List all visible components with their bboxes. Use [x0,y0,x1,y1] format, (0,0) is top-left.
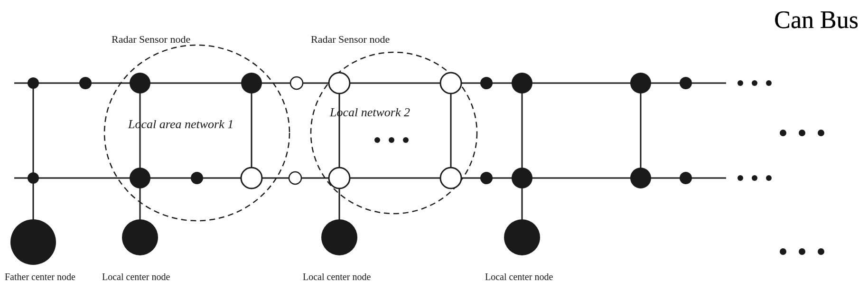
svg-point-11 [780,248,786,255]
svg-point-30 [329,73,350,94]
svg-point-51 [321,219,357,255]
svg-point-45 [191,172,203,184]
svg-point-43 [480,77,493,89]
svg-point-35 [130,168,150,188]
svg-point-33 [630,73,651,94]
svg-point-50 [122,219,158,255]
can-bus-title: Can Bus [774,6,859,34]
svg-point-54 [389,137,394,143]
svg-point-12 [799,248,805,255]
lan2-label: Local network 2 [329,105,410,119]
svg-point-40 [630,168,651,188]
svg-point-37 [329,168,350,188]
svg-point-47 [480,172,493,184]
svg-point-10 [818,130,824,136]
svg-point-41 [79,77,92,89]
radar-sensor-label-2: Radar Sensor node [311,33,390,45]
svg-point-27 [28,77,39,89]
svg-point-28 [130,73,150,94]
svg-point-25 [104,45,289,221]
father-center-label: Father center node [5,272,75,282]
svg-point-36 [241,168,262,188]
svg-point-52 [504,219,540,255]
svg-point-32 [512,73,532,94]
svg-point-39 [512,168,532,188]
svg-point-4 [766,80,772,86]
svg-point-38 [440,168,461,188]
svg-point-9 [799,130,805,136]
local-center-label-2: Local center node [303,272,371,282]
svg-point-13 [818,248,824,255]
svg-point-55 [403,137,409,143]
svg-point-42 [290,77,303,89]
diagram-container: Can Bus [0,0,868,291]
svg-point-2 [737,80,743,86]
svg-point-29 [241,73,262,94]
svg-point-8 [780,130,786,136]
svg-point-53 [374,137,380,143]
main-diagram: Radar Sensor node Radar Sensor node Loca… [0,0,868,291]
svg-point-44 [680,77,692,89]
svg-point-34 [28,172,39,184]
svg-point-46 [289,172,301,184]
local-center-label-3: Local center node [485,272,553,282]
svg-point-7 [766,175,772,181]
svg-point-49 [10,219,56,265]
local-center-label-1: Local center node [102,272,170,282]
radar-sensor-label-1: Radar Sensor node [112,33,190,45]
svg-point-3 [752,80,757,86]
svg-point-5 [737,175,743,181]
lan1-label: Local area network 1 [128,117,233,131]
svg-point-48 [680,172,692,184]
svg-point-6 [752,175,757,181]
svg-point-31 [440,73,461,94]
